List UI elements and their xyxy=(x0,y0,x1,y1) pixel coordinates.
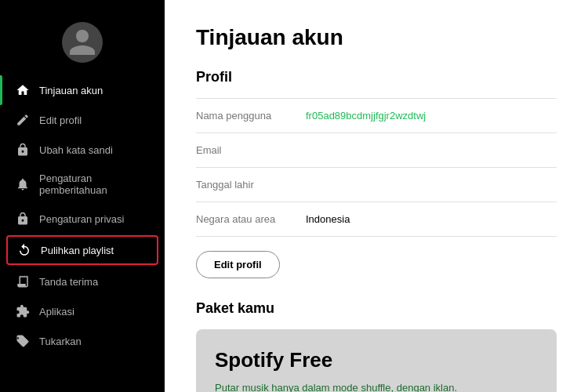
sidebar-item-pengaturan-pemberitahuan[interactable]: Pengaturan pemberitahuan xyxy=(0,165,165,204)
edit-profil-button[interactable]: Edit profil xyxy=(196,251,280,278)
sidebar-item-ubah-kata-sandi[interactable]: Ubah kata sandi xyxy=(0,135,165,165)
sidebar-label-pengaturan-pemberitahuan: Pengaturan pemberitahuan xyxy=(39,172,149,196)
sidebar-item-aplikasi[interactable]: Aplikasi xyxy=(0,296,165,326)
field-label-tanggal-lahir: Tanggal lahir xyxy=(196,179,306,191)
paket-card: Spotify Free Putar musik hanya dalam mod… xyxy=(196,329,557,392)
sidebar-label-tukarkan: Tukarkan xyxy=(39,336,82,347)
pencil-icon xyxy=(16,113,30,127)
field-row-negara: Negara atau area Indonesia xyxy=(196,202,557,237)
sidebar-label-ubah-kata-sandi: Ubah kata sandi xyxy=(39,144,113,156)
refresh-icon xyxy=(17,243,31,257)
field-row-tanggal-lahir: Tanggal lahir xyxy=(196,168,557,202)
tag-icon xyxy=(16,334,30,348)
avatar xyxy=(62,22,103,63)
sidebar-nav: Tinjauan akun Edit profil Ubah kata sand… xyxy=(0,75,165,356)
receipt-icon xyxy=(16,274,30,289)
profile-section-title: Profil xyxy=(196,69,557,85)
sidebar-item-pengaturan-privasi[interactable]: Pengaturan privasi xyxy=(0,204,165,234)
sidebar-item-edit-profil[interactable]: Edit profil xyxy=(0,105,165,135)
sidebar-label-aplikasi: Aplikasi xyxy=(39,306,74,318)
lock2-icon xyxy=(16,212,30,226)
home-icon xyxy=(16,83,30,97)
sidebar-item-tukarkan[interactable]: Tukarkan xyxy=(0,326,165,356)
field-label-email: Email xyxy=(196,144,306,156)
paket-description[interactable]: Putar musik hanya dalam mode shuffle, de… xyxy=(215,382,538,392)
sidebar-item-tinjauan-akun[interactable]: Tinjauan akun xyxy=(0,75,165,105)
profile-fields: Nama pengguna fr05ad89bcdmjjfgjr2wzdtwj … xyxy=(196,98,557,237)
sidebar-label-tinjauan-akun: Tinjauan akun xyxy=(39,85,103,96)
field-value-username: fr05ad89bcdmjjfgjr2wzdtwj xyxy=(306,110,426,122)
page-title: Tinjauan akun xyxy=(196,25,557,50)
field-label-negara: Negara atau area xyxy=(196,213,306,225)
sidebar-label-tanda-terima: Tanda terima xyxy=(39,276,98,288)
field-row-username: Nama pengguna fr05ad89bcdmjjfgjr2wzdtwj xyxy=(196,99,557,133)
sidebar-item-pulihkan-playlist[interactable]: Pulihkan playlist xyxy=(6,235,158,265)
paket-section-title: Paket kamu xyxy=(196,300,557,317)
lock-icon xyxy=(16,143,30,157)
sidebar-label-edit-profil: Edit profil xyxy=(39,114,82,126)
bell-icon xyxy=(16,177,30,191)
sidebar-label-pengaturan-privasi: Pengaturan privasi xyxy=(39,213,124,225)
paket-name: Spotify Free xyxy=(215,348,538,372)
puzzle-icon xyxy=(16,304,30,318)
sidebar: Tinjauan akun Edit profil Ubah kata sand… xyxy=(0,0,165,392)
sidebar-item-tanda-terima[interactable]: Tanda terima xyxy=(0,267,165,296)
avatar-section xyxy=(0,13,165,75)
field-label-username: Nama pengguna xyxy=(196,110,306,122)
field-value-negara: Indonesia xyxy=(306,213,350,225)
user-avatar-icon xyxy=(67,27,98,58)
sidebar-label-pulihkan-playlist: Pulihkan playlist xyxy=(41,245,114,256)
main-content: Tinjauan akun Profil Nama pengguna fr05a… xyxy=(165,0,588,392)
field-row-email: Email xyxy=(196,133,557,168)
